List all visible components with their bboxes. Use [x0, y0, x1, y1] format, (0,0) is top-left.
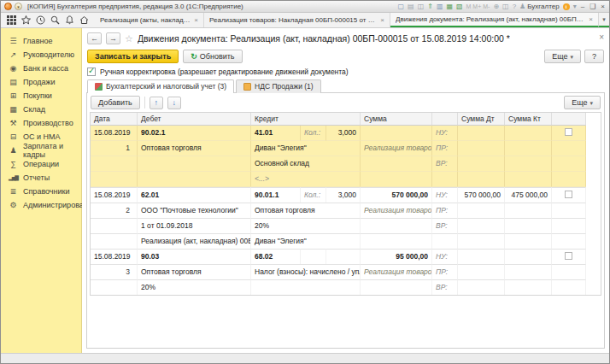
credit-detail[interactable]: 20%: [251, 218, 361, 233]
help-button[interactable]: ?: [584, 50, 604, 63]
debit-detail[interactable]: [138, 156, 251, 172]
credit-account[interactable]: 68.02: [251, 249, 301, 264]
debit-account[interactable]: 62.01: [138, 187, 251, 203]
entry-sum[interactable]: 95 000,00: [361, 249, 432, 264]
sidebar-item-bank-cash[interactable]: ◉Банк и касса: [1, 62, 81, 75]
history-clock-icon[interactable]: [36, 15, 45, 25]
restore-button[interactable]: ❑: [589, 3, 596, 10]
debit-detail[interactable]: Оптовая торговля: [138, 141, 251, 156]
menu-grid-icon[interactable]: [7, 15, 16, 25]
app-logo-icon[interactable]: [4, 3, 12, 10]
help-icon[interactable]: ?: [513, 3, 516, 10]
sidebar-item-directories[interactable]: ≣Справочники: [1, 185, 81, 198]
sum-kt[interactable]: [505, 249, 552, 264]
credit-detail[interactable]: <...>: [251, 172, 361, 187]
titlebar-dropdown-icon[interactable]: ▾: [573, 3, 577, 10]
sidebar-item-purchases[interactable]: ⊞Покупки: [1, 89, 81, 103]
col-header-sum-dt[interactable]: Сумма Дт: [458, 113, 505, 126]
forward-button[interactable]: →: [106, 32, 120, 44]
print-icon[interactable]: ▤: [408, 3, 414, 10]
save-icon[interactable]: ▢: [398, 3, 405, 10]
debit-account[interactable]: 90.02.1: [138, 126, 251, 141]
sum-kt[interactable]: [505, 126, 552, 141]
table-icon[interactable]: ▦: [446, 3, 453, 10]
user-menu[interactable]: ♟ Бухгалтер: [519, 3, 560, 10]
col-header-date[interactable]: Дата: [91, 113, 138, 126]
calendar-icon[interactable]: ▧: [456, 3, 463, 10]
operation-content[interactable]: Реализация товаров: [361, 264, 432, 279]
sidebar-item-operations[interactable]: ∑Операции: [1, 157, 81, 171]
home-icon[interactable]: [79, 15, 89, 25]
tab-close-icon[interactable]: ×: [194, 16, 198, 24]
entry-sum[interactable]: [361, 126, 432, 141]
debit-detail[interactable]: 1 от 01.09.2018: [138, 218, 251, 233]
more-button[interactable]: Еще▾: [544, 50, 581, 63]
credit-qty[interactable]: [326, 249, 361, 264]
credit-detail[interactable]: Диван "Элегия": [251, 233, 361, 249]
move-down-button[interactable]: ↓: [167, 97, 181, 109]
credit-detail[interactable]: Оптовая торговля: [251, 203, 361, 218]
tab-goods-sale-document[interactable]: Реализация товаров: Накладная 00БП-00001…: [204, 13, 390, 27]
minimize-button[interactable]: –: [580, 3, 585, 10]
tab-sales-documents[interactable]: Реализация (акты, накладные) ×: [95, 13, 204, 27]
columns-icon[interactable]: ◫: [502, 3, 509, 10]
debit-detail[interactable]: 20%: [138, 279, 251, 295]
debit-detail[interactable]: Реализация (акт, накладная) 00БП-0000...: [138, 233, 251, 249]
sidebar-item-production[interactable]: ⚒Производство: [1, 116, 81, 130]
tab-close-icon[interactable]: ×: [380, 16, 384, 24]
export-icon[interactable]: ⇑: [427, 3, 433, 10]
table-row[interactable]: 15.08.2019 90.02.1 41.01 Кол.: 3,000 НУ:…: [91, 126, 601, 187]
credit-detail[interactable]: [251, 279, 361, 295]
credit-detail[interactable]: Диван "Элегия": [251, 141, 361, 156]
move-up-button[interactable]: ↑: [150, 97, 163, 109]
copy-icon[interactable]: ▥: [437, 3, 443, 10]
credit-qty[interactable]: 3,000: [326, 187, 361, 203]
tab-vat-sales-register[interactable]: НДС Продажи (1): [236, 79, 321, 93]
info-icon[interactable]: i: [563, 3, 570, 10]
credit-detail[interactable]: Основной склад: [251, 156, 361, 172]
sum-dt[interactable]: [458, 249, 505, 264]
debit-detail[interactable]: [138, 172, 251, 187]
memory-buttons[interactable]: М М+ М-: [466, 3, 490, 9]
add-row-button[interactable]: Добавить: [91, 96, 140, 109]
tab-accounting-register[interactable]: Бухгалтерский и налоговый учет (3): [87, 79, 234, 93]
entry-sum[interactable]: 570 000,00: [361, 187, 432, 203]
col-header-credit[interactable]: Кредит: [251, 113, 361, 126]
sidebar-item-sales[interactable]: ▤Продажи: [1, 75, 81, 89]
row-select-checkbox[interactable]: [565, 128, 572, 136]
sidebar-item-salary-hr[interactable]: ♟Зарплата и кадры: [1, 144, 81, 157]
table-row[interactable]: 15.08.2019 90.03 68.02 95 000,00 НУ: 3 О…: [91, 249, 601, 295]
sidebar-item-main[interactable]: ☰Главное: [1, 34, 81, 48]
operation-content[interactable]: Реализация товаров: [361, 141, 432, 156]
col-header-sum-kt[interactable]: Сумма Кт: [505, 113, 552, 126]
credit-qty[interactable]: 3,000: [326, 126, 361, 141]
table-more-button[interactable]: Еще▾: [564, 96, 601, 109]
back-button[interactable]: ←: [87, 32, 102, 44]
credit-account[interactable]: 90.01.1: [251, 187, 301, 203]
debit-account[interactable]: 90.03: [138, 249, 251, 264]
credit-account[interactable]: 41.01: [251, 126, 301, 141]
main-menu-icon[interactable]: ▾: [15, 3, 22, 10]
tab-close-icon[interactable]: ×: [589, 15, 593, 23]
sum-dt[interactable]: [458, 126, 505, 141]
sidebar-item-manager[interactable]: ↗Руководителю: [1, 48, 81, 62]
credit-detail[interactable]: Налог (взносы): начислено / уплачено: [251, 264, 361, 279]
zoom-icon[interactable]: ⊕: [493, 3, 499, 10]
search-icon[interactable]: [50, 15, 60, 25]
entry-date[interactable]: 15.08.2019: [91, 187, 138, 203]
entry-date[interactable]: 15.08.2019: [91, 249, 138, 264]
close-window-button[interactable]: ×: [600, 3, 606, 10]
favorite-star-icon[interactable]: ☆: [125, 33, 133, 44]
save-and-close-button[interactable]: Записать и закрыть: [87, 50, 179, 63]
manual-adjustment-checkbox[interactable]: [87, 68, 96, 76]
sum-dt[interactable]: 570 000,00: [458, 187, 505, 203]
col-header-sum[interactable]: Сумма: [361, 113, 432, 126]
tab-document-movements[interactable]: Движения документа: Реализация (акт, нак…: [390, 13, 599, 27]
close-document-icon[interactable]: ×: [599, 32, 604, 42]
operation-content[interactable]: Реализация товаров: [361, 203, 432, 218]
row-select-checkbox[interactable]: [565, 252, 572, 260]
debit-detail[interactable]: Оптовая торговля: [138, 264, 251, 279]
sidebar-item-reports[interactable]: ▂▅▇Отчеты: [1, 171, 81, 185]
tab-list-dropdown-icon[interactable]: ▾: [599, 13, 609, 27]
favorites-star-icon[interactable]: [21, 15, 31, 25]
